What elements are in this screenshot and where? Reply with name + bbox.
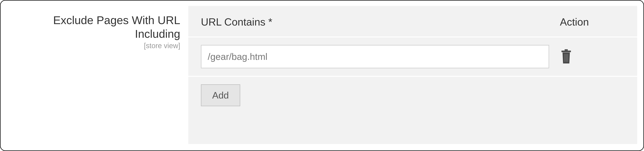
field-label: Exclude Pages With URL Including bbox=[7, 14, 180, 41]
trash-icon[interactable] bbox=[560, 49, 572, 64]
table-header-action: Action bbox=[560, 16, 624, 28]
table-row bbox=[188, 38, 637, 77]
action-cell bbox=[560, 49, 624, 64]
svg-rect-4 bbox=[567, 54, 568, 62]
svg-rect-3 bbox=[566, 54, 567, 62]
table-header-row: URL Contains * Action bbox=[188, 6, 637, 38]
field-value-column: URL Contains * Action Add bbox=[188, 6, 637, 144]
config-field-container: Exclude Pages With URL Including [store … bbox=[0, 0, 644, 151]
svg-rect-1 bbox=[562, 50, 571, 52]
svg-rect-0 bbox=[564, 49, 568, 50]
table-header-url: URL Contains * bbox=[201, 16, 560, 28]
field-label-column: Exclude Pages With URL Including [store … bbox=[7, 6, 188, 50]
scope-label: [store view] bbox=[7, 42, 180, 50]
svg-rect-2 bbox=[564, 54, 565, 62]
table-footer-row: Add bbox=[188, 77, 637, 114]
add-button[interactable]: Add bbox=[201, 84, 240, 106]
url-contains-input[interactable] bbox=[201, 45, 549, 68]
